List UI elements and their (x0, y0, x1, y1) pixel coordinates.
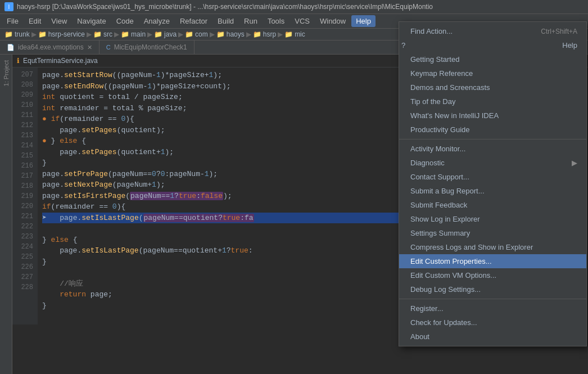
tab-micequip[interactable]: C MicEquipMontiorCheck1 (99, 40, 195, 54)
compress-logs-label: Compress Logs and Show in Explorer (410, 243, 533, 251)
menu-file[interactable]: File (2, 15, 23, 27)
find-action-shortcut: Ctrl+Shift+A (541, 28, 577, 35)
menu-getting-started[interactable]: Getting Started (399, 52, 586, 66)
sidebar: 1: Project (0, 55, 12, 374)
titlebar-text: haoys-hsrp [D:\JavaWorkSpace\jws01_hys_m… (17, 3, 433, 11)
tip-label: Tip of the Day (410, 97, 455, 106)
question-icon: ? (401, 41, 405, 49)
settings-summary-label: Settings Summary (410, 229, 470, 237)
sidebar-project-label[interactable]: 1: Project (2, 57, 11, 89)
getting-started-label: Getting Started (410, 55, 459, 64)
demos-label: Demos and Screencasts (410, 83, 490, 92)
menu-demos[interactable]: Demos and Screencasts (399, 80, 586, 94)
show-log-label: Show Log in Explorer (410, 215, 480, 223)
menu-edit-custom-vm[interactable]: Edit Custom VM Options... (399, 268, 586, 282)
debug-log-label: Debug Log Settings... (410, 285, 481, 294)
menu-window[interactable]: Window (315, 15, 350, 27)
register-label: Register... (410, 304, 444, 313)
line-numbers: 2072082092102112122132142152162172182192… (12, 67, 38, 325)
folder-icon-8: 📁 (253, 30, 261, 38)
menu-find-action[interactable]: Find Action... Ctrl+Shift+A (399, 24, 586, 38)
diagnostic-arrow: ▶ (572, 159, 577, 167)
menu-diagnostic[interactable]: Diagnostic ▶ (399, 156, 586, 170)
submit-feedback-label: Submit Feedback (410, 201, 467, 209)
menu-submit-bug[interactable]: Submit a Bug Report... (399, 184, 586, 198)
help-label: Help (562, 41, 577, 49)
breadcrumb-com[interactable]: com (195, 30, 208, 38)
editor-filename: EqutTerminaService.java (23, 57, 98, 65)
breadcrumb-haoys[interactable]: haoys (227, 30, 245, 38)
breadcrumb-trunk[interactable]: trunk (15, 30, 30, 38)
tab-vmoptions-label: idea64.exe.vmoptions (18, 43, 84, 51)
folder-icon-2: 📁 (38, 30, 47, 38)
folder-icon-4: 📁 (121, 30, 129, 38)
activity-monitor-label: Activity Monitor... (410, 145, 465, 153)
breadcrumb-src[interactable]: src (103, 30, 112, 38)
menu-productivity-guide[interactable]: Productivity Guide (399, 123, 586, 137)
menu-show-log[interactable]: Show Log in Explorer (399, 212, 586, 226)
menu-contact-support[interactable]: Contact Support... (399, 170, 586, 184)
menu-edit[interactable]: Edit (24, 15, 46, 27)
keymap-reference-label: Keymap Reference (410, 69, 473, 78)
menu-tools[interactable]: Tools (263, 15, 289, 27)
menu-debug-log[interactable]: Debug Log Settings... (399, 282, 586, 296)
help-dropdown-menu: Find Action... Ctrl+Shift+A ? Help Getti… (399, 21, 587, 346)
productivity-guide-label: Productivity Guide (410, 125, 470, 134)
separator-1 (399, 139, 586, 139)
tab-micequip-icon: C (106, 44, 111, 51)
menu-keymap-reference[interactable]: Keymap Reference (399, 66, 586, 80)
menu-edit-custom-properties[interactable]: Edit Custom Properties... (399, 254, 586, 268)
menu-tip[interactable]: Tip of the Day (399, 94, 586, 109)
tab-vmoptions-close[interactable]: ✕ (87, 44, 92, 51)
breadcrumb-hsrp[interactable]: hsrp (263, 30, 276, 38)
menu-analyze[interactable]: Analyze (139, 15, 174, 27)
editor-file-icon: ℹ (17, 57, 20, 65)
folder-icon: 📁 (4, 30, 13, 38)
folder-icon-7: 📁 (216, 30, 225, 38)
menu-about[interactable]: About (399, 330, 586, 344)
tab-micequip-label: MicEquipMontiorCheck1 (114, 43, 187, 51)
contact-support-label: Contact Support... (410, 173, 469, 181)
menu-code[interactable]: Code (112, 15, 138, 27)
edit-custom-vm-label: Edit Custom VM Options... (410, 271, 496, 280)
menu-whats-new[interactable]: What's New in IntelliJ IDEA (399, 109, 586, 123)
about-label: About (410, 332, 429, 341)
menu-vcs[interactable]: VCS (290, 15, 314, 27)
menu-register[interactable]: Register... (399, 301, 586, 316)
check-updates-label: Check for Updates... (410, 318, 477, 327)
menu-build[interactable]: Build (213, 15, 238, 27)
folder-icon-3: 📁 (93, 30, 102, 38)
breadcrumb-mic[interactable]: mic (295, 30, 305, 38)
menu-view[interactable]: View (47, 15, 71, 27)
edit-custom-properties-label: Edit Custom Properties... (410, 257, 492, 265)
folder-icon-5: 📁 (154, 30, 162, 38)
breadcrumb-hsrp-service[interactable]: hsrp-service (48, 30, 85, 38)
app-icon: I (4, 2, 13, 11)
breadcrumb-java[interactable]: java (164, 30, 177, 38)
titlebar: I haoys-hsrp [D:\JavaWorkSpace\jws01_hys… (0, 0, 588, 14)
menu-check-updates[interactable]: Check for Updates... (399, 316, 586, 330)
menu-settings-summary[interactable]: Settings Summary (399, 226, 586, 240)
menu-navigate[interactable]: Navigate (73, 15, 110, 27)
menu-refactor[interactable]: Refactor (175, 15, 212, 27)
breadcrumb-main[interactable]: main (131, 30, 146, 38)
menu-activity-monitor[interactable]: Activity Monitor... (399, 142, 586, 156)
separator-2 (399, 299, 586, 299)
diagnostic-label: Diagnostic (410, 159, 445, 167)
menu-compress-logs[interactable]: Compress Logs and Show in Explorer (399, 240, 586, 254)
folder-icon-6: 📁 (185, 30, 193, 38)
menu-run[interactable]: Run (239, 15, 262, 27)
submit-bug-label: Submit a Bug Report... (410, 187, 485, 195)
find-action-label: Find Action... (410, 27, 453, 35)
menu-help[interactable]: Help (351, 15, 376, 27)
tab-vmoptions[interactable]: 📄 idea64.exe.vmoptions ✕ (0, 40, 99, 54)
menu-submit-feedback[interactable]: Submit Feedback (399, 198, 586, 212)
whats-new-label: What's New in IntelliJ IDEA (410, 111, 499, 120)
menu-help-help[interactable]: ? Help (399, 38, 586, 52)
tab-vmoptions-icon: 📄 (7, 44, 15, 51)
folder-icon-9: 📁 (284, 30, 293, 38)
